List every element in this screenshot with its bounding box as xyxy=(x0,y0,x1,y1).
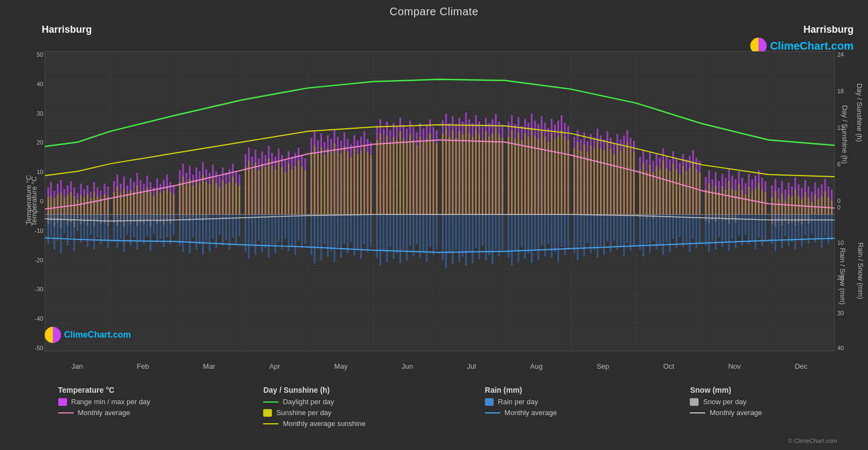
svg-rect-647 xyxy=(370,155,372,214)
svg-rect-120 xyxy=(179,214,180,219)
svg-rect-223 xyxy=(567,214,569,249)
svg-rect-181 xyxy=(422,214,424,252)
legend-item-sunshine-avg: Monthly average sunshine xyxy=(263,419,399,428)
legend-group-temperature: Temperature °C Range min / max per day M… xyxy=(58,386,178,428)
svg-rect-710 xyxy=(590,145,591,214)
svg-rect-659 xyxy=(412,140,414,215)
svg-rect-144 xyxy=(294,214,296,255)
svg-rect-707 xyxy=(580,151,581,214)
svg-rect-725 xyxy=(642,163,644,214)
svg-rect-757 xyxy=(751,191,752,215)
svg-rect-663 xyxy=(426,139,427,215)
svg-rect-644 xyxy=(360,151,361,214)
svg-rect-744 xyxy=(708,183,709,214)
svg-rect-193 xyxy=(465,214,466,266)
svg-rect-46 xyxy=(53,214,55,226)
svg-rect-754 xyxy=(741,190,743,215)
svg-rect-730 xyxy=(659,169,660,214)
svg-rect-594 xyxy=(189,179,190,214)
svg-rect-580 xyxy=(139,191,141,215)
svg-rect-688 xyxy=(514,139,515,215)
legend-item-temp-avg: Monthly average xyxy=(58,409,178,417)
svg-rect-721 xyxy=(626,142,628,214)
svg-rect-553 xyxy=(47,197,49,215)
svg-rect-755 xyxy=(744,195,746,215)
svg-rect-742 xyxy=(699,172,700,214)
svg-rect-680 xyxy=(485,131,487,215)
svg-rect-255 xyxy=(679,214,681,237)
svg-rect-94 xyxy=(153,214,154,220)
svg-rect-651 xyxy=(386,136,387,215)
svg-rect-285 xyxy=(708,214,709,223)
svg-rect-753 xyxy=(738,184,739,214)
svg-rect-148 xyxy=(310,214,312,255)
svg-rect-779 xyxy=(827,197,829,215)
svg-rect-766 xyxy=(784,201,786,215)
svg-rect-54 xyxy=(80,214,81,224)
svg-rect-763 xyxy=(774,191,776,215)
svg-rect-127 xyxy=(202,214,203,220)
svg-rect-619 xyxy=(274,169,276,214)
svg-rect-590 xyxy=(173,194,174,215)
svg-rect-736 xyxy=(679,175,681,214)
svg-rect-239 xyxy=(623,214,624,256)
svg-rect-170 xyxy=(386,214,387,262)
svg-rect-150 xyxy=(317,214,318,248)
svg-rect-632 xyxy=(320,147,321,214)
svg-rect-556 xyxy=(57,195,58,215)
svg-rect-564 xyxy=(83,197,84,215)
svg-rect-138 xyxy=(274,214,276,253)
svg-rect-311 xyxy=(827,214,829,244)
svg-rect-214 xyxy=(537,214,539,260)
svg-rect-737 xyxy=(682,166,684,214)
svg-rect-95 xyxy=(156,214,157,224)
chart-plot-area xyxy=(45,51,835,351)
svg-rect-220 xyxy=(557,214,559,262)
svg-rect-646 xyxy=(367,152,368,214)
svg-rect-61 xyxy=(104,214,105,223)
svg-rect-290 xyxy=(725,214,726,220)
brand-bottom-left: ClimeChart.com xyxy=(45,327,131,343)
svg-rect-603 xyxy=(218,188,220,215)
svg-rect-720 xyxy=(623,147,624,214)
legend-item-temp-range: Range min / max per day xyxy=(58,398,178,406)
svg-rect-664 xyxy=(429,134,430,215)
legend-label-snow: Snow per day xyxy=(703,398,746,406)
svg-rect-53 xyxy=(76,214,78,219)
svg-rect-648 xyxy=(376,140,378,215)
svg-rect-575 xyxy=(123,189,124,215)
svg-rect-751 xyxy=(731,189,733,215)
city-label-left: Harrisburg xyxy=(42,24,92,35)
svg-rect-697 xyxy=(544,137,545,215)
svg-rect-669 xyxy=(448,137,450,215)
svg-rect-572 xyxy=(113,192,114,215)
svg-rect-261 xyxy=(699,214,700,244)
month-sep: Sep xyxy=(597,362,609,370)
copyright-text: © ClimeChart.com xyxy=(788,437,837,444)
svg-rect-558 xyxy=(63,197,65,215)
svg-rect-233 xyxy=(603,214,605,255)
legend-line-sunshine-avg xyxy=(263,423,278,424)
svg-rect-629 xyxy=(310,152,312,214)
svg-rect-212 xyxy=(531,214,532,263)
svg-rect-625 xyxy=(294,166,296,214)
svg-rect-606 xyxy=(228,182,230,214)
svg-rect-99 xyxy=(169,214,171,224)
svg-rect-129 xyxy=(245,214,246,251)
svg-rect-667 xyxy=(442,135,444,215)
svg-rect-735 xyxy=(675,169,677,214)
legend-label-temp-range: Range min / max per day xyxy=(71,398,150,406)
svg-rect-126 xyxy=(198,214,200,218)
svg-rect-748 xyxy=(721,187,723,215)
svg-rect-249 xyxy=(659,214,660,245)
svg-rect-675 xyxy=(468,134,470,215)
svg-rect-709 xyxy=(586,152,588,214)
svg-rect-130 xyxy=(248,214,250,259)
svg-rect-207 xyxy=(514,214,515,251)
svg-rect-639 xyxy=(343,146,345,214)
svg-rect-666 xyxy=(435,143,437,214)
svg-rect-597 xyxy=(198,183,200,214)
svg-rect-699 xyxy=(550,134,552,215)
svg-rect-616 xyxy=(264,167,266,214)
svg-rect-139 xyxy=(277,214,279,242)
